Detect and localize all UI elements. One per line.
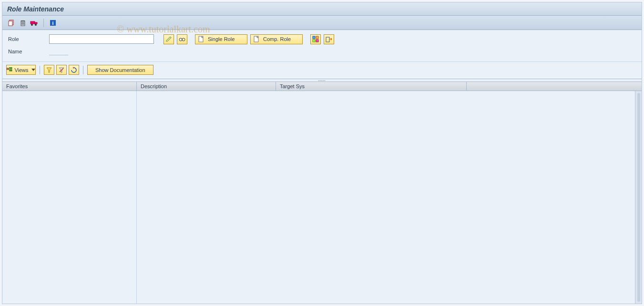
filter-button[interactable] (44, 65, 54, 75)
svg-rect-20 (313, 40, 315, 42)
change-button[interactable] (164, 34, 174, 44)
svg-point-14 (182, 38, 185, 41)
svg-rect-7 (31, 21, 35, 24)
column-description[interactable]: Description (137, 82, 276, 91)
glasses-icon (179, 36, 185, 42)
application-toolbar: i (2, 16, 642, 30)
selection-form: Role Single Role Comp. Role (2, 30, 642, 62)
column-favorites[interactable]: Favorites (2, 82, 137, 91)
refresh-button[interactable] (69, 65, 79, 75)
page-icon (198, 36, 204, 42)
table-detail-pane[interactable] (137, 91, 635, 304)
single-role-label: Single Role (208, 36, 235, 42)
separator (40, 66, 40, 74)
svg-point-10 (35, 24, 37, 26)
display-button[interactable] (177, 34, 187, 44)
vertical-scrollbar[interactable] (635, 91, 642, 304)
favorites-table: ••••• Favorites Description Target Sys (2, 79, 642, 304)
role-input[interactable] (49, 34, 154, 44)
svg-rect-19 (316, 36, 318, 39)
scroll-thumb[interactable] (637, 93, 640, 302)
grid-tools-icon (312, 36, 319, 42)
tree-icon (7, 67, 12, 73)
svg-rect-8 (35, 22, 37, 24)
comp-role-label: Comp. Role (263, 36, 291, 42)
svg-point-13 (179, 38, 182, 41)
table-body (2, 91, 642, 304)
table-tree-pane[interactable] (2, 91, 137, 304)
info-icon[interactable]: i (49, 19, 57, 27)
show-documentation-button[interactable]: Show Documentation (87, 65, 153, 75)
copy-icon[interactable] (7, 19, 16, 27)
export-icon (326, 36, 332, 42)
svg-text:i: i (52, 20, 53, 26)
svg-rect-21 (316, 40, 318, 42)
name-value (49, 48, 68, 55)
separator (83, 66, 83, 74)
comp-role-button[interactable]: Comp. Role (250, 34, 303, 44)
svg-line-27 (9, 69, 10, 70)
single-role-button[interactable]: Single Role (195, 34, 247, 44)
filter-icon (46, 67, 52, 73)
title-bar: Role Maintenance (2, 2, 642, 16)
svg-rect-23 (7, 68, 9, 70)
table-header: Favorites Description Target Sys (2, 82, 642, 91)
svg-rect-25 (10, 70, 12, 71)
page-title: Role Maintenance (7, 5, 64, 13)
pencil-icon (165, 36, 172, 42)
column-blank (467, 82, 642, 91)
svg-rect-22 (326, 37, 329, 42)
transport-icon[interactable] (30, 19, 39, 27)
svg-rect-1 (9, 21, 12, 26)
svg-rect-18 (313, 36, 315, 39)
role-label: Role (8, 36, 46, 42)
page-icon (254, 36, 259, 42)
svg-rect-24 (10, 67, 12, 69)
refresh-icon (71, 67, 77, 73)
delete-icon[interactable] (19, 19, 27, 27)
filter-clear-button[interactable] (56, 65, 67, 75)
table-toolbar: Views Show Documentation (2, 62, 642, 79)
show-documentation-label: Show Documentation (95, 67, 145, 73)
separator (43, 19, 44, 27)
svg-point-9 (31, 24, 33, 26)
overview-button[interactable] (310, 34, 321, 44)
column-target-sys[interactable]: Target Sys (276, 82, 467, 91)
filter-clear-icon (59, 67, 64, 73)
views-label: Views (14, 67, 28, 73)
name-label: Name (8, 49, 46, 54)
dropdown-caret-icon (31, 69, 35, 71)
views-dropdown[interactable]: Views (6, 65, 36, 75)
export-button[interactable] (324, 34, 334, 44)
